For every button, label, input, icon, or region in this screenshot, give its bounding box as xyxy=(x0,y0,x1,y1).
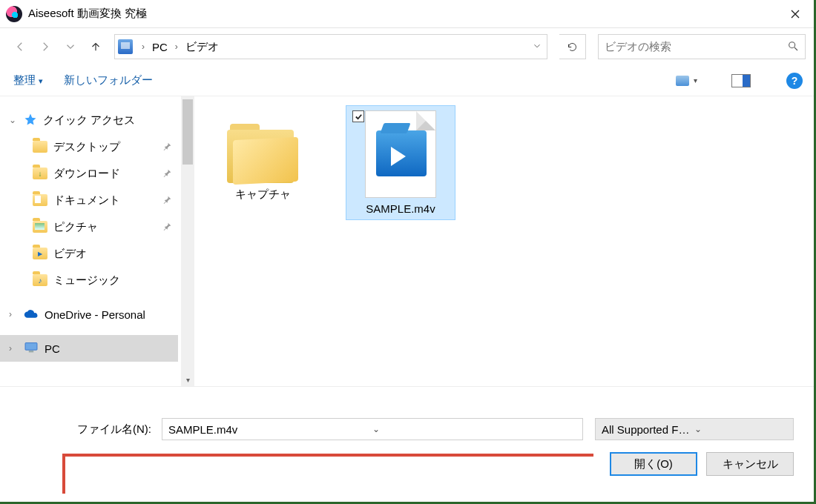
video-file-icon xyxy=(365,110,436,198)
file-label: SAMPLE.m4v xyxy=(366,202,435,215)
star-icon xyxy=(24,113,37,128)
up-icon[interactable] xyxy=(86,37,105,56)
window-title: Aiseesoft 動画変換 究極 xyxy=(28,7,147,21)
scroll-down-icon[interactable]: ▾ xyxy=(181,373,194,386)
filename-value: SAMPLE.m4v xyxy=(168,423,372,436)
organize-button[interactable]: 整理▾ xyxy=(13,73,43,87)
app-icon xyxy=(6,6,22,22)
sidebar-item-videos[interactable]: ビデオ xyxy=(0,240,178,267)
file-pane[interactable]: キャプチャ SAMPLE.m4v xyxy=(194,96,816,386)
chevron-down-icon[interactable]: ⌄ xyxy=(694,424,787,434)
sidebar-label: クイック アクセス xyxy=(43,113,135,127)
recent-dropdown-icon[interactable] xyxy=(61,37,80,56)
checkbox-icon[interactable] xyxy=(352,110,364,122)
folder-downloads-icon xyxy=(33,168,47,179)
pin-icon xyxy=(162,141,172,153)
sidebar-item-pictures[interactable]: ピクチャ xyxy=(0,213,178,240)
sidebar-item-desktop[interactable]: デスクトップ xyxy=(0,133,178,160)
sidebar-item-label: デスクトップ xyxy=(53,140,120,154)
folder-music-icon xyxy=(33,274,47,286)
cloud-icon xyxy=(24,308,39,321)
filename-label: ファイル名(N): xyxy=(22,422,156,437)
sidebar-item-label: ビデオ xyxy=(53,247,87,261)
sidebar-item-label: ミュージック xyxy=(53,273,120,288)
scrollbar-thumb[interactable] xyxy=(182,99,193,165)
svg-rect-1 xyxy=(25,342,37,350)
toolbar: 整理▾ 新しいフォルダー ▾ ? xyxy=(0,65,816,96)
scrollbar[interactable]: ▴ ▾ xyxy=(181,96,194,386)
filter-select[interactable]: All Supported Formats (*.ts;*.mts ⌄ xyxy=(595,418,794,440)
folder-icon xyxy=(227,124,298,183)
svg-point-0 xyxy=(789,42,795,47)
filename-input[interactable]: SAMPLE.m4v ⌄ xyxy=(162,418,583,440)
sidebar-item-documents[interactable]: ドキュメント xyxy=(0,187,178,213)
search-icon xyxy=(787,40,799,54)
file-tile-video[interactable]: SAMPLE.m4v xyxy=(346,105,455,220)
pin-icon xyxy=(162,221,172,233)
file-tile-folder[interactable]: キャプチャ xyxy=(208,105,317,207)
footer: ファイル名(N): SAMPLE.m4v ⌄ All Supported For… xyxy=(0,387,816,476)
chevron-right-icon: › xyxy=(142,42,145,52)
search-placeholder: ビデオの検索 xyxy=(605,40,787,54)
thumbnail-icon xyxy=(676,76,689,86)
breadcrumb-folder[interactable]: ビデオ xyxy=(182,39,222,56)
titlebar: Aiseesoft 動画変換 究極 xyxy=(0,0,816,28)
view-mode-button[interactable]: ▾ xyxy=(676,76,697,86)
preview-pane-button[interactable] xyxy=(731,74,751,87)
open-button[interactable]: 開く(O) xyxy=(610,452,697,476)
sidebar-onedrive[interactable]: › OneDrive - Personal xyxy=(0,301,178,328)
chevron-right-icon: › xyxy=(175,42,178,52)
sidebar-item-label: ダウンロード xyxy=(53,167,120,181)
sidebar-pc[interactable]: › PC xyxy=(0,335,178,362)
chevron-right-icon[interactable]: › xyxy=(9,343,18,354)
folder-documents-icon xyxy=(33,194,47,206)
search-input[interactable]: ビデオの検索 xyxy=(598,34,806,59)
content-split: ⌄ クイック アクセス デスクトップ ダウンロード ドキュメント xyxy=(0,96,816,387)
folder-pictures-icon xyxy=(33,221,47,233)
forward-icon xyxy=(36,37,55,56)
pc-icon xyxy=(24,342,39,356)
svg-rect-3 xyxy=(29,351,33,352)
pc-icon xyxy=(118,39,133,54)
sidebar-item-music[interactable]: ミュージック xyxy=(0,267,178,294)
sidebar-quick-access[interactable]: ⌄ クイック アクセス xyxy=(0,107,178,133)
sidebar-item-label: ピクチャ xyxy=(53,220,98,234)
breadcrumb-pc[interactable]: PC xyxy=(149,39,171,55)
chevron-right-icon[interactable]: › xyxy=(9,309,18,319)
sidebar-item-downloads[interactable]: ダウンロード xyxy=(0,160,178,187)
sidebar-item-label: ドキュメント xyxy=(53,193,120,208)
breadcrumb[interactable]: › PC › ビデオ xyxy=(114,34,547,59)
filter-value: All Supported Formats (*.ts;*.mts xyxy=(602,423,694,436)
file-label: キャプチャ xyxy=(235,188,291,202)
pin-icon xyxy=(162,168,172,180)
navbar: › PC › ビデオ ビデオの検索 xyxy=(0,28,816,65)
sidebar-label: OneDrive - Personal xyxy=(45,308,145,321)
cancel-button[interactable]: キャンセル xyxy=(706,452,794,476)
back-icon[interactable] xyxy=(10,37,30,56)
folder-icon xyxy=(33,141,47,153)
chevron-down-icon[interactable] xyxy=(532,41,542,53)
refresh-icon[interactable] xyxy=(559,34,586,59)
chevron-down-icon[interactable]: ⌄ xyxy=(372,424,576,434)
sidebar: ⌄ クイック アクセス デスクトップ ダウンロード ドキュメント xyxy=(0,96,194,386)
help-icon[interactable]: ? xyxy=(786,73,803,89)
pin-icon xyxy=(162,194,172,207)
chevron-down-icon[interactable]: ⌄ xyxy=(9,115,18,125)
close-icon[interactable] xyxy=(779,3,812,25)
new-folder-button[interactable]: 新しいフォルダー xyxy=(64,73,153,87)
folder-videos-icon xyxy=(33,248,47,259)
sidebar-label: PC xyxy=(45,342,60,355)
